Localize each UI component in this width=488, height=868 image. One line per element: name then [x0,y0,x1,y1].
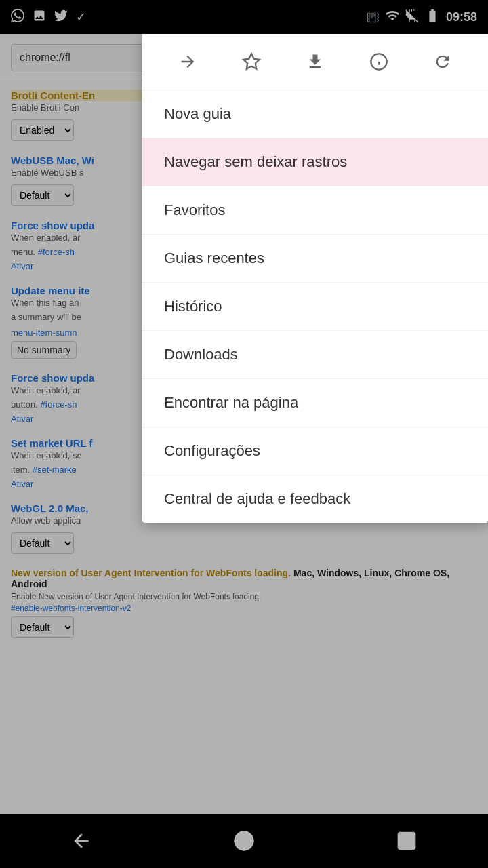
bookmark-button[interactable] [231,45,272,79]
menu-item-navegar-sem-rastros[interactable]: Navegar sem deixar rastros [142,138,488,186]
dropdown-menu: Nova guia Navegar sem deixar rastros Fav… [142,34,488,523]
menu-item-configuracoes[interactable]: Configurações [142,427,488,475]
menu-item-historico[interactable]: Histórico [142,283,488,331]
forward-button[interactable] [167,45,208,79]
menu-item-nova-guia-label: Nova guia [164,105,231,122]
menu-item-downloads[interactable]: Downloads [142,331,488,379]
download-button[interactable] [295,45,336,79]
refresh-button[interactable] [422,45,463,79]
menu-item-encontrar-label: Encontrar na página [164,394,298,411]
menu-item-encontrar-na-pagina[interactable]: Encontrar na página [142,379,488,427]
menu-item-nova-guia[interactable]: Nova guia [142,90,488,138]
menu-item-central-label: Central de ajuda e feedback [164,490,350,507]
menu-item-configuracoes-label: Configurações [164,442,260,459]
menu-item-guias-recentes[interactable]: Guias recentes [142,235,488,283]
menu-item-navegar-label: Navegar sem deixar rastros [164,153,347,170]
info-button[interactable] [359,45,399,79]
menu-item-downloads-label: Downloads [164,346,238,363]
menu-item-favoritos[interactable]: Favoritos [142,186,488,235]
menu-item-favoritos-label: Favoritos [164,201,225,218]
menu-item-historico-label: Histórico [164,298,222,315]
dropdown-icon-bar [142,34,488,90]
menu-item-guias-label: Guias recentes [164,250,264,267]
menu-item-central-ajuda[interactable]: Central de ajuda e feedback [142,475,488,523]
